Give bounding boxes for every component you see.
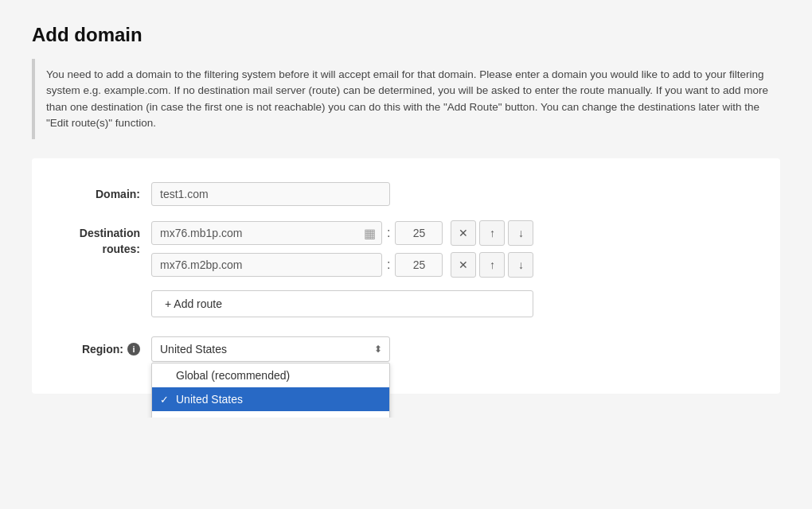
add-route-button[interactable]: + Add route bbox=[151, 290, 533, 317]
domain-label: Domain: bbox=[64, 182, 151, 200]
delete-route-button-1[interactable]: ✕ bbox=[451, 220, 476, 246]
colon-separator: : bbox=[387, 226, 390, 240]
region-label: Region: i bbox=[64, 343, 151, 356]
region-info-icon[interactable]: i bbox=[127, 343, 140, 356]
route-actions-2: ✕ ↑ ↓ bbox=[451, 252, 533, 278]
check-mark-us: ✓ bbox=[160, 394, 171, 406]
region-select-wrapper: Global (recommended) United States Europ… bbox=[151, 336, 390, 362]
dropdown-item-global[interactable]: Global (recommended) bbox=[152, 363, 389, 387]
table-row: : ✕ ↑ ↓ bbox=[151, 252, 533, 278]
route-host-wrapper-2 bbox=[151, 253, 382, 277]
page-title: Add domain bbox=[32, 24, 780, 46]
dropdown-item-us[interactable]: ✓ United States bbox=[152, 387, 389, 411]
region-select[interactable]: Global (recommended) United States Europ… bbox=[151, 336, 390, 362]
colon-separator-2: : bbox=[387, 258, 390, 272]
route-actions-1: ✕ ↑ ↓ bbox=[451, 220, 533, 246]
form-section: Domain: Destination routes: ▦ : ✕ ↑ ↓ bbox=[32, 158, 780, 394]
move-down-button-2[interactable]: ↓ bbox=[508, 252, 533, 278]
dropdown-item-eu[interactable]: European Union bbox=[152, 411, 389, 418]
move-up-button-1[interactable]: ↑ bbox=[479, 220, 505, 246]
table-row: ▦ : ✕ ↑ ↓ bbox=[151, 220, 533, 246]
route-port-input-2[interactable] bbox=[395, 253, 443, 277]
info-text: You need to add a domain to the filterin… bbox=[32, 59, 780, 139]
move-up-button-2[interactable]: ↑ bbox=[479, 252, 505, 278]
routes-list: ▦ : ✕ ↑ ↓ : ✕ ↑ ↓ bbox=[151, 220, 533, 317]
move-down-button-1[interactable]: ↓ bbox=[508, 220, 533, 246]
route-host-wrapper: ▦ bbox=[151, 221, 382, 245]
route-host-input-2[interactable] bbox=[151, 253, 382, 277]
region-row: Region: i Global (recommended) United St… bbox=[64, 336, 748, 362]
delete-route-button-2[interactable]: ✕ bbox=[451, 252, 476, 278]
domain-input[interactable] bbox=[151, 182, 390, 206]
destination-label: Destination routes: bbox=[64, 220, 151, 257]
route-port-input-1[interactable] bbox=[395, 221, 443, 245]
destination-routes-row: Destination routes: ▦ : ✕ ↑ ↓ bbox=[64, 220, 748, 317]
route-host-input-1[interactable] bbox=[151, 221, 382, 245]
region-dropdown[interactable]: Global (recommended) ✓ United States Eur… bbox=[151, 363, 390, 418]
domain-row: Domain: bbox=[64, 182, 748, 206]
